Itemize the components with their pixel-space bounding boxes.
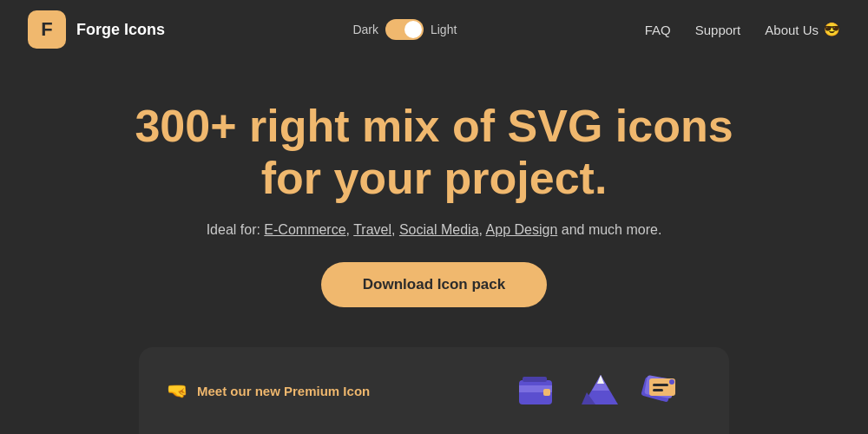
logo-letter: F [41, 18, 52, 41]
svg-rect-11 [653, 384, 668, 386]
premium-hand-emoji: 🤜 [167, 380, 188, 401]
about-label: About Us [765, 23, 819, 37]
svg-rect-2 [543, 389, 550, 396]
mountain-icon-card [576, 366, 625, 415]
link-ecommerce[interactable]: E-Commerce [264, 222, 345, 237]
navbar: F Forge Icons Dark Light FAQ Support Abo… [0, 0, 868, 59]
link-app-design[interactable]: App Design [486, 222, 558, 237]
wallet-icon [516, 368, 561, 413]
nav-faq[interactable]: FAQ [645, 23, 671, 37]
theme-toggle[interactable]: Dark Light [352, 19, 457, 40]
preview-strip: 🤜 Meet our new Premium Icon [139, 347, 729, 434]
preview-icons [514, 366, 701, 415]
toggle-track[interactable] [385, 19, 424, 40]
mountain-icon [578, 368, 623, 413]
hero-subtitle: Ideal for: E-Commerce, Travel, Social Me… [207, 222, 662, 238]
subtitle-suffix: and much more. [562, 222, 662, 237]
nav-support[interactable]: Support [695, 23, 741, 37]
link-travel[interactable]: Travel [353, 222, 391, 237]
nav-about[interactable]: About Us 😎 [765, 22, 840, 37]
light-label: Light [431, 23, 457, 36]
preview-left: 🤜 Meet our new Premium Icon [167, 380, 514, 401]
tag-icon-card [639, 366, 687, 415]
hero-title: 300+ right mix of SVG icons for your pro… [130, 101, 738, 205]
premium-label: Meet our new Premium Icon [197, 384, 370, 398]
download-button[interactable]: Download Icon pack [321, 262, 547, 307]
svg-rect-12 [653, 389, 663, 391]
logo-icon: F [28, 10, 66, 49]
tag-icon [641, 368, 686, 413]
toggle-thumb [404, 21, 422, 38]
dark-label: Dark [352, 23, 378, 36]
link-social-media[interactable]: Social Media [399, 222, 479, 237]
hero-section: 300+ right mix of SVG icons for your pro… [0, 59, 868, 325]
logo-text: Forge Icons [76, 21, 165, 39]
nav-links: FAQ Support About Us 😎 [645, 22, 840, 37]
svg-point-13 [669, 379, 674, 385]
logo-area: F Forge Icons [28, 10, 165, 49]
wallet-icon-card [514, 366, 562, 415]
subtitle-prefix: Ideal for: [207, 222, 265, 237]
svg-rect-3 [523, 377, 547, 382]
about-emoji: 😎 [824, 22, 840, 37]
